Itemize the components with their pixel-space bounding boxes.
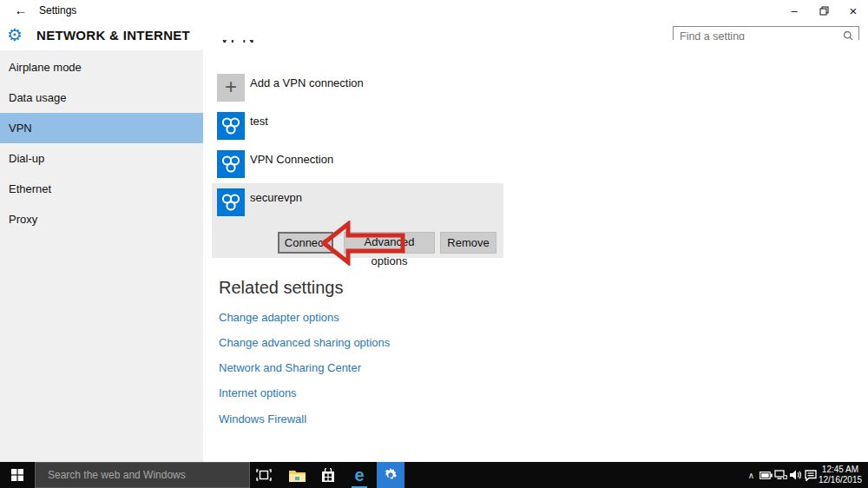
file-explorer-button[interactable]	[283, 462, 311, 488]
sidebar-item-proxy[interactable]: Proxy	[0, 204, 203, 234]
vpn-rings-icon	[217, 150, 245, 178]
system-tray: ∧ 12:45 AM 12/16/2015	[744, 462, 868, 488]
store-button[interactable]	[314, 462, 342, 488]
window-title: Settings	[39, 0, 76, 21]
settings-window: ← Settings – × ⚙ NETWORK & INTERNET Airp…	[0, 0, 868, 488]
taskbar-clock[interactable]: 12:45 AM 12/16/2015	[818, 465, 868, 485]
sidebar-item-ethernet[interactable]: Ethernet	[0, 174, 203, 204]
minimize-icon: –	[791, 4, 797, 17]
connect-button[interactable]: Connect	[278, 232, 333, 254]
plus-icon: +	[217, 74, 245, 102]
windows-logo-icon	[11, 469, 23, 481]
start-button[interactable]	[0, 462, 35, 488]
minimize-button[interactable]: –	[779, 0, 809, 21]
close-icon: ×	[850, 3, 858, 18]
page-title: NETWORK & INTERNET	[36, 28, 190, 43]
clock-time: 12:45 AM	[818, 465, 863, 475]
taskbar: Search the web and Windows e ∧	[0, 462, 868, 488]
vpn-row-test[interactable]: test	[212, 112, 698, 150]
main-content: VPN + Add a VPN connection test VPN Conn…	[203, 40, 868, 462]
task-view-icon	[256, 469, 272, 481]
back-button[interactable]: ←	[10, 1, 31, 20]
speaker-icon[interactable]	[788, 462, 803, 488]
window-controls: – ×	[779, 0, 868, 21]
link-change-adapter-options[interactable]: Change adapter options	[219, 311, 339, 324]
close-button[interactable]: ×	[838, 0, 868, 21]
sidebar: Airplane mode Data usage VPN Dial-up Eth…	[0, 50, 203, 462]
vpn-rings-icon	[217, 112, 245, 140]
settings-app-button[interactable]	[377, 462, 404, 488]
link-change-advanced-sharing-options[interactable]: Change advanced sharing options	[219, 336, 390, 349]
file-explorer-icon	[289, 469, 306, 482]
link-network-and-sharing-center[interactable]: Network and Sharing Center	[219, 361, 361, 374]
vpn-name-label: securevpn	[250, 191, 302, 204]
advanced-options-button[interactable]: Advanced options	[344, 232, 435, 254]
restore-button[interactable]	[809, 0, 838, 21]
action-center-icon[interactable]	[803, 462, 818, 488]
vpn-section-heading-clipped: VPN	[219, 40, 323, 50]
restore-icon	[819, 6, 829, 16]
titlebar: ← Settings – ×	[0, 0, 868, 21]
task-view-button[interactable]	[250, 462, 278, 488]
taskbar-search-box[interactable]: Search the web and Windows	[35, 462, 250, 488]
settings-gear-icon: ⚙	[7, 23, 23, 46]
gear-icon	[384, 468, 398, 482]
vpn-rings-icon	[217, 188, 245, 216]
vpn-name-label: VPN Connection	[250, 153, 333, 166]
tray-chevron-up-icon[interactable]: ∧	[744, 462, 759, 488]
network-icon[interactable]	[773, 462, 788, 488]
add-vpn-connection-row[interactable]: + Add a VPN connection	[212, 74, 698, 112]
vpn-name-label: test	[250, 115, 268, 128]
add-vpn-label: Add a VPN connection	[250, 76, 364, 89]
sidebar-item-data-usage[interactable]: Data usage	[0, 82, 203, 113]
link-internet-options[interactable]: Internet options	[219, 386, 297, 399]
back-arrow-icon: ←	[15, 3, 28, 17]
sidebar-item-airplane-mode[interactable]: Airplane mode	[0, 52, 203, 82]
vpn-row-securevpn-expanded[interactable]: securevpn Connect Advanced options Remov…	[212, 183, 503, 258]
related-settings-heading: Related settings	[219, 278, 343, 298]
remove-button[interactable]: Remove	[440, 232, 496, 254]
link-windows-firewall[interactable]: Windows Firewall	[219, 412, 306, 425]
edge-icon: e	[354, 462, 364, 488]
sidebar-item-vpn[interactable]: VPN	[0, 113, 203, 143]
sidebar-item-dial-up[interactable]: Dial-up	[0, 143, 203, 174]
edge-button[interactable]: e	[345, 462, 373, 488]
store-icon	[321, 468, 335, 483]
battery-icon[interactable]	[759, 462, 773, 488]
clock-date: 12/16/2015	[818, 475, 863, 485]
